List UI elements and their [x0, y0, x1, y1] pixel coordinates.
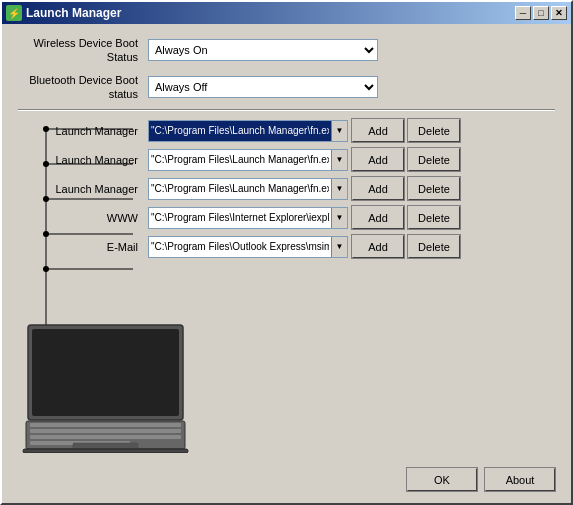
title-bar: ⚡ Launch Manager ─ □ ✕ — [2, 2, 571, 24]
launch-label-area-2: Launch Manager — [18, 183, 148, 195]
launch-section: Launch Manager ▼ Add Delete Launch Manag… — [18, 119, 555, 258]
svg-rect-17 — [30, 435, 181, 439]
path-input-3[interactable] — [149, 208, 331, 228]
add-button-3[interactable]: Add — [352, 206, 404, 229]
delete-button-4[interactable]: Delete — [408, 235, 460, 258]
launch-label-2: Launch Manager — [55, 183, 138, 195]
launch-label-4: E-Mail — [107, 241, 138, 253]
path-input-0[interactable] — [149, 121, 331, 141]
wireless-label: Wireless Device Boot Status — [18, 36, 148, 65]
delete-button-3[interactable]: Delete — [408, 206, 460, 229]
content-area: Wireless Device Boot Status Always On Al… — [2, 24, 571, 276]
add-button-2[interactable]: Add — [352, 177, 404, 200]
svg-rect-15 — [30, 423, 181, 427]
wireless-select[interactable]: Always On Always Off Last Status — [148, 39, 378, 61]
row-btns-0: Add Delete — [352, 119, 460, 142]
delete-button-0[interactable]: Delete — [408, 119, 460, 142]
path-input-4[interactable] — [149, 237, 331, 257]
launch-label-1: Launch Manager — [55, 154, 138, 166]
launch-row-3: WWW ▼ Add Delete — [18, 206, 555, 229]
maximize-button[interactable]: □ — [533, 6, 549, 20]
bottom-bar: OK About — [407, 468, 555, 491]
launch-label-3: WWW — [107, 212, 138, 224]
app-icon: ⚡ — [6, 5, 22, 21]
about-button[interactable]: About — [485, 468, 555, 491]
launch-row-4: E-Mail ▼ Add Delete — [18, 235, 555, 258]
row-btns-3: Add Delete — [352, 206, 460, 229]
launch-row-2: Launch Manager ▼ Add Delete — [18, 177, 555, 200]
row-btns-1: Add Delete — [352, 148, 460, 171]
path-input-2[interactable] — [149, 179, 331, 199]
path-combo-2[interactable]: ▼ — [148, 178, 348, 200]
wireless-control: Always On Always Off Last Status — [148, 39, 555, 61]
laptop-svg — [18, 323, 193, 453]
svg-rect-16 — [30, 429, 181, 433]
bluetooth-control: Always On Always Off Last Status — [148, 76, 555, 98]
launch-label-area-1: Launch Manager — [18, 154, 148, 166]
path-combo-3[interactable]: ▼ — [148, 207, 348, 229]
path-dropdown-1[interactable]: ▼ — [331, 150, 347, 170]
wireless-row: Wireless Device Boot Status Always On Al… — [18, 36, 555, 65]
row-btns-4: Add Delete — [352, 235, 460, 258]
svg-rect-19 — [73, 443, 138, 449]
bluetooth-label: Bluetooth Device Boot status — [18, 73, 148, 102]
row-btns-2: Add Delete — [352, 177, 460, 200]
add-button-0[interactable]: Add — [352, 119, 404, 142]
svg-point-10 — [43, 266, 49, 272]
title-bar-left: ⚡ Launch Manager — [6, 5, 121, 21]
laptop-image — [18, 323, 193, 453]
launch-label-area-4: E-Mail — [18, 241, 148, 253]
bluetooth-row: Bluetooth Device Boot status Always On A… — [18, 73, 555, 102]
launch-row-0: Launch Manager ▼ Add Delete — [18, 119, 555, 142]
minimize-button[interactable]: ─ — [515, 6, 531, 20]
add-button-4[interactable]: Add — [352, 235, 404, 258]
path-dropdown-3[interactable]: ▼ — [331, 208, 347, 228]
bluetooth-select[interactable]: Always On Always Off Last Status — [148, 76, 378, 98]
svg-rect-20 — [23, 449, 188, 453]
separator — [18, 109, 555, 111]
ok-button[interactable]: OK — [407, 468, 477, 491]
launch-label-area-0: Launch Manager — [18, 125, 148, 137]
delete-button-2[interactable]: Delete — [408, 177, 460, 200]
launch-label-area-3: WWW — [18, 212, 148, 224]
add-button-1[interactable]: Add — [352, 148, 404, 171]
path-dropdown-2[interactable]: ▼ — [331, 179, 347, 199]
launch-label-0: Launch Manager — [55, 125, 138, 137]
path-input-1[interactable] — [149, 150, 331, 170]
path-combo-4[interactable]: ▼ — [148, 236, 348, 258]
path-combo-1[interactable]: ▼ — [148, 149, 348, 171]
launch-row-1: Launch Manager ▼ Add Delete — [18, 148, 555, 171]
delete-button-1[interactable]: Delete — [408, 148, 460, 171]
path-combo-0[interactable]: ▼ — [148, 120, 348, 142]
path-dropdown-0[interactable]: ▼ — [331, 121, 347, 141]
main-window: ⚡ Launch Manager ─ □ ✕ Wireless Device B… — [0, 0, 573, 505]
path-dropdown-4[interactable]: ▼ — [331, 237, 347, 257]
svg-rect-13 — [32, 329, 179, 416]
close-button[interactable]: ✕ — [551, 6, 567, 20]
title-controls: ─ □ ✕ — [515, 6, 567, 20]
window-title: Launch Manager — [26, 6, 121, 20]
